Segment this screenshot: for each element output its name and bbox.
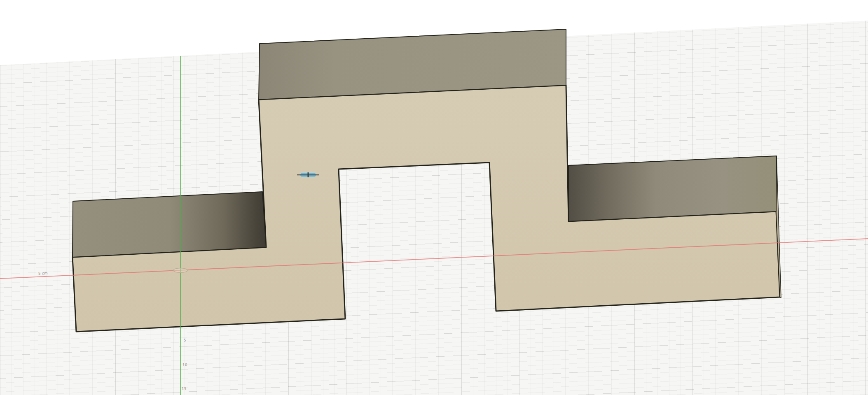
grid-scale-label: 5 <box>184 338 186 342</box>
origin-marker <box>173 268 187 273</box>
origin <box>173 268 187 273</box>
left-step-top-face[interactable] <box>73 192 266 257</box>
grid-scale-label: 15 <box>182 386 187 391</box>
cad-3d-viewport[interactable]: 5 cm51015 <box>0 0 868 395</box>
model-solid[interactable] <box>73 29 781 332</box>
grid-scale-label: 5 cm <box>38 271 48 276</box>
grid-scale-label: 10 <box>182 362 187 367</box>
scene-svg[interactable]: 5 cm51015 <box>0 0 868 395</box>
right-step-top-face[interactable] <box>569 156 777 221</box>
